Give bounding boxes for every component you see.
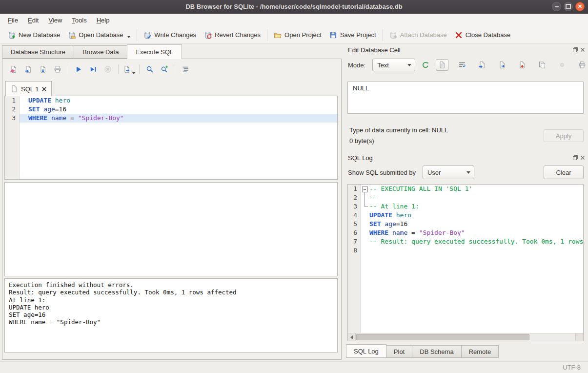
close-panel-icon[interactable] (580, 155, 586, 161)
minimize-button[interactable] (552, 2, 561, 11)
replace-text-button[interactable] (158, 63, 171, 75)
cell-value: NULL (353, 84, 369, 92)
write-changes-button[interactable]: Write Changes (140, 29, 200, 41)
close-tab-icon[interactable] (41, 86, 47, 92)
tab-browse-data[interactable]: Browse Data (74, 45, 127, 59)
button-label: Write Changes (154, 31, 196, 39)
clear-button[interactable]: Clear (544, 166, 584, 179)
line-number: 6 (348, 228, 361, 237)
sql-log-lines: 1-- EXECUTING ALL IN 'SQL 1'2--3-- At li… (348, 185, 583, 255)
db-attach-icon (389, 31, 397, 39)
mode-select[interactable]: Text (372, 59, 415, 71)
new-database-button[interactable]: New Database (4, 29, 64, 41)
dropdown-caret (132, 72, 135, 74)
line-number: 5 (348, 220, 361, 228)
scroll-left-button[interactable] (348, 333, 356, 341)
float-panel-icon[interactable] (572, 155, 578, 161)
menu-help[interactable]: Help (92, 15, 115, 26)
revert-changes-button[interactable]: Revert Changes (200, 29, 264, 41)
close-panel-icon[interactable] (580, 47, 586, 53)
menu-view[interactable]: View (43, 15, 67, 26)
toolbar-separator (68, 64, 68, 74)
save-as-button[interactable] (516, 59, 528, 71)
sql-editor[interactable]: 1UPDATE hero2SET age=163WHERE name = "Sp… (4, 96, 338, 180)
toolbar-separator (175, 64, 175, 74)
print-sql-button[interactable] (51, 63, 64, 75)
project-open-icon (274, 31, 282, 39)
sql-file-tab[interactable]: SQL 1 (5, 81, 52, 96)
line-number: 3 (5, 114, 20, 123)
fold-minus-icon (361, 185, 368, 193)
edit-cell-header: Edit Database Cell (348, 45, 586, 55)
code-line: 7-- Result: query executed successfully.… (348, 237, 583, 246)
db-write-icon (143, 31, 151, 39)
db-open-icon (68, 31, 76, 39)
fold-column (361, 220, 368, 228)
tab-database-structure[interactable]: Database Structure (2, 45, 74, 59)
filter-select[interactable]: User (423, 166, 474, 179)
stop-execution-icon (104, 65, 112, 73)
word-wrap-button[interactable] (456, 59, 468, 71)
code-line: 8 (348, 246, 583, 255)
text-mode-button[interactable] (436, 59, 448, 71)
menu-edit[interactable]: Edit (23, 15, 43, 26)
tab-remote[interactable]: Remote (461, 345, 499, 358)
scrollbar-thumb[interactable] (356, 334, 529, 340)
tab-db-schema[interactable]: DB Schema (412, 345, 461, 358)
log-line: WHERE name = "Spider-Boy" (9, 318, 333, 326)
fold-line-icon (361, 193, 368, 202)
code-text: -- (368, 193, 583, 202)
code-text: WHERE name = "Spider-Boy" (20, 114, 337, 123)
project-save-icon (329, 31, 337, 39)
code-text: -- EXECUTING ALL IN 'SQL 1' (368, 185, 583, 193)
horizontal-scrollbar[interactable] (348, 333, 583, 341)
close-database-button[interactable]: Close Database (451, 29, 515, 41)
copy-data-button[interactable] (536, 59, 548, 71)
print-cell-button[interactable] (576, 59, 588, 71)
menu-tools[interactable]: Tools (67, 15, 91, 26)
code-text (368, 246, 583, 255)
close-window-button[interactable] (575, 2, 585, 11)
save-results-button[interactable] (122, 63, 135, 75)
results-grid[interactable] (4, 182, 338, 276)
execute-all-button[interactable] (72, 63, 85, 75)
maximize-button[interactable] (564, 2, 573, 11)
code-line: 4UPDATE hero (348, 211, 583, 220)
cell-editor[interactable]: NULL (347, 82, 584, 114)
execute-line-button[interactable] (87, 63, 100, 75)
title-bar[interactable]: DB Browser for SQLite - /home/user/code/… (0, 0, 588, 14)
tab-execute-sql[interactable]: Execute SQL (127, 44, 182, 59)
save-sql-file-button[interactable] (37, 63, 49, 75)
tab-plot[interactable]: Plot (386, 345, 412, 358)
open-database-button[interactable]: Open Database (64, 29, 134, 41)
execute-sql-pane: SQL 1 1UPDATE hero2SET age=163WHERE name… (2, 59, 342, 360)
fold-column (361, 228, 368, 237)
toolbar-separator (267, 29, 267, 41)
open-sql-new-tab-button[interactable] (7, 63, 20, 75)
line-number: 8 (348, 246, 361, 255)
find-text-button[interactable] (143, 63, 156, 75)
mode-value: Text (377, 62, 389, 69)
execution-log[interactable]: Execution finished without errors.Result… (4, 278, 338, 352)
cell-toolbar (432, 59, 588, 71)
open-sql-new-tab-icon (10, 65, 18, 73)
refresh-button[interactable] (419, 59, 432, 71)
export-text-button[interactable] (496, 59, 508, 71)
import-text-button[interactable] (476, 59, 488, 71)
float-panel-icon[interactable] (572, 47, 578, 53)
save-as-icon (518, 61, 526, 69)
format-sql-button[interactable] (179, 63, 192, 75)
save-project-button[interactable]: Save Project (325, 29, 380, 41)
main-area: Database StructureBrowse DataExecute SQL… (0, 43, 588, 361)
log-line: Result: query executed successfully. Too… (9, 289, 333, 296)
open-sql-file-button[interactable] (22, 63, 35, 75)
chevron-down-icon (407, 64, 411, 66)
sql-log-view[interactable]: 1-- EXECUTING ALL IN 'SQL 1'2--3-- At li… (347, 184, 584, 341)
filter-label: Show SQL submitted by (348, 169, 416, 176)
log-line: SET age=16 (9, 311, 333, 318)
tab-sql-log[interactable]: SQL Log (346, 344, 386, 358)
open-project-button[interactable]: Open Project (270, 29, 325, 41)
menu-file[interactable]: File (3, 15, 23, 26)
button-label: Close Database (466, 31, 511, 39)
word-wrap-icon (458, 61, 466, 69)
